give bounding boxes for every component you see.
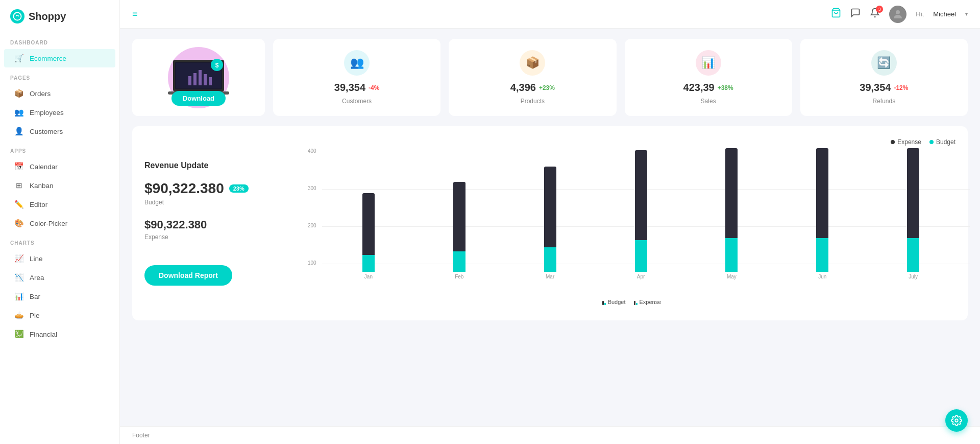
notification-icon[interactable]: 3: [870, 8, 880, 20]
bar-stack: [453, 182, 465, 272]
bar-teal: [907, 238, 919, 272]
legend-expense: Expense: [891, 138, 921, 146]
bar-dark: [635, 150, 647, 240]
sidebar-item-calendar[interactable]: 📅Calendar: [4, 157, 115, 176]
bar-teal: [816, 238, 828, 272]
bar-group: Feb: [417, 182, 502, 279]
notification-badge: 3: [876, 6, 883, 13]
refunds-label: Refunds: [873, 98, 896, 105]
svg-point-14: [955, 419, 958, 422]
sidebar-item-bar[interactable]: 📊Bar: [4, 287, 115, 306]
financial-icon: 💹: [14, 330, 23, 339]
bar-stack: [816, 148, 828, 272]
download-report-button[interactable]: Download Report: [144, 265, 232, 286]
sidebar-item-color-picker[interactable]: 🎨Color-Picker: [4, 214, 115, 232]
banner-download-button[interactable]: Download: [172, 91, 226, 106]
cart-icon[interactable]: [831, 8, 841, 20]
user-greeting: Hi,: [916, 10, 924, 18]
svg-rect-10: [209, 77, 212, 85]
customers-change: -4%: [369, 84, 379, 91]
bar-group: July: [871, 148, 955, 279]
chart-bottom-legend: Budget Expense: [308, 299, 955, 305]
svg-rect-6: [188, 76, 191, 85]
main-area: ≡ 3: [120, 0, 980, 444]
message-icon[interactable]: [850, 8, 861, 20]
sidebar-label-pie: Pie: [30, 312, 40, 319]
revenue-expense-amount: $90,322.380: [144, 218, 296, 231]
logo-icon: [10, 9, 24, 24]
bar-teal: [635, 240, 647, 272]
sidebar-item-kanban[interactable]: ⊞Kanban: [4, 176, 115, 195]
revenue-chart-area: Expense Budget 400300200100 Jan Feb: [308, 138, 955, 308]
bar-month-label: May: [727, 274, 737, 279]
sidebar-label-orders: Orders: [30, 90, 51, 98]
svg-text:$: $: [215, 62, 219, 69]
area-icon: 📉: [14, 273, 23, 282]
svg-point-2: [896, 10, 900, 14]
legend-expense-bottom: Expense: [634, 299, 662, 305]
logo-text: Shoppy: [29, 11, 66, 22]
bar-dark: [544, 167, 556, 247]
bar-group: May: [689, 148, 774, 279]
stat-card-customers: 👥 39,354 -4% Customers: [273, 39, 440, 116]
refunds-icon: 🔄: [871, 50, 897, 76]
sidebar-label-ecommerce: Ecommerce: [30, 55, 66, 62]
sidebar-item-ecommerce[interactable]: 🛒Ecommerce: [4, 49, 115, 67]
ecommerce-icon: 🛒: [14, 54, 23, 63]
stat-card-sales: 📊 423,39 +38% Sales: [625, 39, 792, 116]
products-change: +23%: [539, 84, 555, 91]
products-value: 4,396 +23%: [510, 82, 555, 94]
customers-value: 39,354 -4%: [334, 82, 380, 94]
sidebar-item-orders[interactable]: 📦Orders: [4, 84, 115, 103]
pie-icon: 🥧: [14, 311, 23, 320]
banner-illustration: $ Download: [132, 39, 265, 116]
stat-card-refunds: 🔄 39,354 -12% Refunds: [800, 39, 968, 116]
bar-dark: [907, 148, 919, 238]
bar-stack: [544, 167, 556, 272]
sidebar-item-area[interactable]: 📉Area: [4, 268, 115, 287]
sidebar-label-line: Line: [30, 255, 43, 263]
sidebar-item-editor[interactable]: ✏️Editor: [4, 195, 115, 214]
bar-month-label: Jan: [364, 274, 373, 279]
bar-teal: [362, 255, 375, 272]
gear-fab-button[interactable]: [945, 409, 968, 432]
sidebar-item-line[interactable]: 📈Line: [4, 249, 115, 268]
banner-card: $ Download: [132, 39, 265, 116]
sidebar-label-bar: Bar: [30, 293, 40, 300]
bar-month-label: Jun: [818, 274, 826, 279]
user-caret-icon[interactable]: ▾: [965, 11, 968, 17]
employees-icon: 👥: [14, 108, 23, 117]
sidebar-label-employees: Employees: [30, 109, 64, 116]
sidebar-item-customers[interactable]: 👤Customers: [4, 122, 115, 141]
sales-label: Sales: [701, 98, 716, 105]
bar-teal: [725, 238, 738, 272]
bar-chart: 400300200100 Jan Feb Mar Apr: [308, 152, 955, 295]
hamburger-icon[interactable]: ≡: [132, 9, 138, 19]
bar-stack: [362, 193, 375, 272]
bar-stack: [907, 148, 919, 272]
topbar-right: 3 Hi, Micheel ▾: [831, 6, 968, 23]
bar-stack: [635, 150, 647, 272]
legend-expense-dot: [891, 140, 895, 144]
orders-icon: 📦: [14, 89, 23, 98]
customers-icon: 👤: [14, 127, 23, 136]
sidebar-section-dashboard: DASHBOARD: [0, 33, 119, 49]
legend-budget-bottom: Budget: [602, 299, 626, 305]
chart-y-label: 100: [308, 260, 316, 266]
line-icon: 📈: [14, 254, 23, 263]
revenue-expense-label: Expense: [144, 233, 296, 241]
sidebar-label-editor: Editor: [30, 201, 47, 208]
bar-teal: [453, 251, 465, 272]
calendar-icon: 📅: [14, 162, 23, 171]
stat-card-products: 📦 4,396 +23% Products: [449, 39, 616, 116]
bar-month-label: Apr: [637, 274, 645, 279]
editor-icon: ✏️: [14, 200, 23, 209]
svg-rect-7: [193, 73, 197, 85]
svg-rect-8: [199, 70, 202, 85]
sales-value: 423,39 +38%: [683, 82, 733, 94]
chart-y-label: 300: [308, 185, 316, 191]
sidebar-item-pie[interactable]: 🥧Pie: [4, 306, 115, 324]
sidebar-item-employees[interactable]: 👥Employees: [4, 103, 115, 122]
sales-icon: 📊: [696, 50, 721, 76]
sidebar-item-financial[interactable]: 💹Financial: [4, 325, 115, 343]
